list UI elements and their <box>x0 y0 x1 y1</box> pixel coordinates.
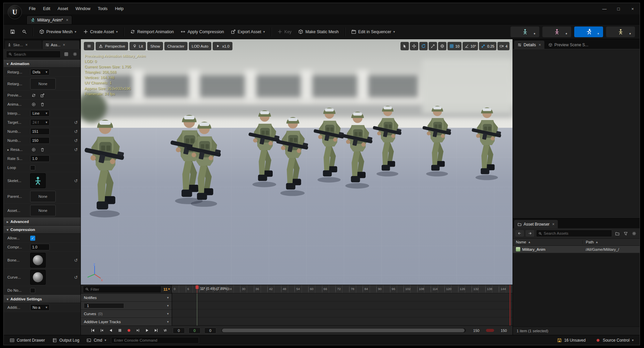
viewport-3d[interactable]: PerspectiveLitShowCharacterLOD Autox1.0 … <box>81 39 513 285</box>
menu-window[interactable]: Window <box>72 5 94 12</box>
perspective-button[interactable]: Perspective <box>96 42 128 50</box>
dropdown-interp[interactable]: Line▾ <box>30 110 50 117</box>
current-time-field[interactable]: 0 <box>189 328 201 334</box>
timeline-filter-input[interactable] <box>91 287 159 291</box>
track-1[interactable]: 1▾ <box>81 302 172 310</box>
view-range-start[interactable]: 150 <box>471 329 482 333</box>
playhead-marker[interactable] <box>196 285 199 289</box>
create-asset-button[interactable]: Create Asset▾ <box>80 27 121 37</box>
play-reverse-button[interactable] <box>107 327 115 334</box>
close-icon[interactable]: × <box>539 43 541 47</box>
dropdown-retarg[interactable]: Defa▾ <box>30 69 50 75</box>
menu-edit[interactable]: Edit <box>39 5 54 12</box>
section-additive-settings[interactable]: ▾Additive Settings <box>4 295 80 303</box>
viewport-options-button[interactable] <box>84 42 94 50</box>
content-drawer-button[interactable]: Content Drawer <box>7 337 48 344</box>
asset-search-box[interactable] <box>536 230 612 237</box>
grid-view-button[interactable] <box>63 51 69 58</box>
folder-view-button[interactable] <box>614 230 621 237</box>
physics-mode-button[interactable]: * <box>606 26 635 37</box>
rotation-snap-button[interactable]: 10° <box>463 42 478 50</box>
close-button[interactable]: × <box>626 3 640 14</box>
pause-button[interactable] <box>116 327 124 334</box>
tab-preview-scene-settings[interactable]: Preview Scene S... <box>545 41 592 49</box>
export-asset-button[interactable]: Export Asset▾ <box>228 27 268 37</box>
section-advanced[interactable]: ▸Advanced <box>4 218 80 226</box>
source-control-button[interactable]: Source Control ▾ <box>593 337 636 344</box>
scale-tool-button[interactable] <box>429 42 437 50</box>
edit-in-sequencer-button[interactable]: Edit in Sequencer▾ <box>348 27 398 37</box>
track-additive-layer-tracks[interactable]: Additive Layer Tracks▾ <box>81 318 172 326</box>
dropdown-additi[interactable]: No a▾ <box>30 304 50 311</box>
world-coordinate-button[interactable] <box>438 42 446 50</box>
save-button[interactable] <box>7 27 18 37</box>
play-forward-button[interactable] <box>143 327 151 334</box>
close-icon[interactable]: × <box>552 222 554 227</box>
view-range-end[interactable]: 150 <box>498 329 509 333</box>
field-rate-s[interactable] <box>30 155 50 162</box>
timeline-ruler[interactable]: 11* (0.49) (7.89%) 061218243036424854606… <box>172 285 513 293</box>
track-curves[interactable]: Curves(0)▾ <box>81 310 172 318</box>
history-back-button[interactable] <box>515 230 524 237</box>
skeleton-thumbnail[interactable] <box>30 173 46 188</box>
grid-snap-button[interactable]: 10 <box>447 42 462 50</box>
tab-close-icon[interactable]: × <box>66 18 68 22</box>
console-command-input[interactable] <box>114 338 196 342</box>
timeline-lanes[interactable] <box>172 293 513 326</box>
add-element-button[interactable] <box>30 101 37 108</box>
timeline-filter-box[interactable] <box>83 286 161 293</box>
unsaved-changes-button[interactable]: 16 Unsaved <box>554 337 588 344</box>
record-button[interactable] <box>125 327 133 334</box>
checkbox-loop[interactable] <box>30 165 35 170</box>
timeline-scrollbar-thumb[interactable] <box>222 329 465 332</box>
maximize-button[interactable]: □ <box>611 3 626 14</box>
curve-settings-thumbnail[interactable] <box>30 253 46 268</box>
lod-auto-button[interactable]: LOD Auto <box>189 42 212 50</box>
add-element-button[interactable] <box>30 146 37 153</box>
cmd-dropdown-button[interactable]: Cmd ▾ <box>84 337 109 344</box>
field-numb[interactable] <box>30 128 50 135</box>
dropdown-target[interactable]: 24 f▾ <box>30 119 50 126</box>
toggle-loop-button[interactable] <box>161 327 169 334</box>
skeleton-mode-button[interactable]: * <box>511 26 539 37</box>
rotate-tool-button[interactable] <box>419 42 428 50</box>
character-button[interactable]: Character <box>164 42 187 50</box>
apply-compression-button[interactable]: Apply Compression <box>177 27 227 37</box>
panel-tab-ass[interactable]: Ass...× <box>43 41 80 49</box>
curve-settings-thumbnail[interactable] <box>30 270 46 285</box>
field-compr[interactable] <box>30 244 50 250</box>
preview-mesh-button[interactable]: Preview Mesh▾ <box>36 27 79 37</box>
history-forward-button[interactable] <box>526 230 534 237</box>
output-log-button[interactable]: Output Log <box>50 337 82 344</box>
range-end-field[interactable]: 0 <box>204 328 216 334</box>
tab-asset-browser[interactable]: Asset Browser × <box>514 220 558 228</box>
menu-asset[interactable]: Asset <box>54 5 72 12</box>
tab-details[interactable]: Details × <box>514 41 544 49</box>
details-search-input[interactable] <box>14 52 58 56</box>
section-compression[interactable]: ▾Compression <box>4 226 80 234</box>
browse-in-content-browser-button[interactable] <box>19 27 30 37</box>
view-options-button[interactable] <box>631 230 637 237</box>
delete-element-button[interactable] <box>39 146 46 153</box>
step-backward-button[interactable] <box>98 327 106 334</box>
console-command-box[interactable] <box>111 337 199 344</box>
field-numb[interactable] <box>30 137 50 144</box>
details-search-box[interactable] <box>6 51 61 58</box>
menu-tools[interactable]: Tools <box>94 5 111 12</box>
settings-button[interactable] <box>71 51 78 58</box>
asset-picker-retarg[interactable]: None <box>30 78 56 90</box>
asset-search-input[interactable] <box>544 231 610 235</box>
camera-speed-button[interactable]: 4 <box>497 42 509 50</box>
asset-picker-parent[interactable]: None <box>30 191 56 202</box>
scale-snap-button[interactable]: 0.25 <box>479 42 496 50</box>
browse-preview-button[interactable] <box>39 92 46 99</box>
asset-row[interactable]: Military_Anim/All/Game/Military_/ <box>513 246 640 253</box>
column-header-path[interactable]: Path▲ <box>582 240 640 244</box>
timeline-lane-area[interactable]: 11* (0.49) (7.89%) 061218243036424854606… <box>172 285 513 326</box>
playback-speed-button[interactable]: x1.0 <box>213 42 232 50</box>
refresh-preview-button[interactable] <box>30 92 37 99</box>
checkbox-do-no[interactable] <box>30 288 35 293</box>
select-tool-button[interactable] <box>400 42 409 50</box>
go-to-front-button[interactable] <box>89 327 97 334</box>
step-forward-button[interactable] <box>134 327 142 334</box>
